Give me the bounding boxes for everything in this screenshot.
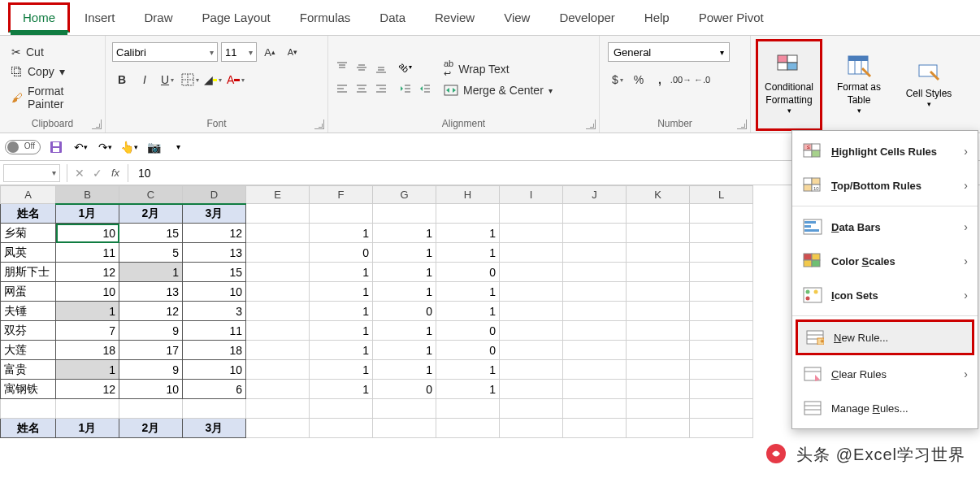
cell[interactable] (690, 302, 753, 321)
tab-home[interactable]: Home (8, 2, 70, 33)
cell[interactable]: 2月 (119, 419, 183, 438)
cell[interactable]: 1 (436, 360, 500, 380)
cell[interactable]: 9 (119, 360, 183, 380)
col-header-J[interactable]: J (563, 186, 627, 204)
underline-button[interactable]: U▾ (158, 70, 177, 89)
cell[interactable] (246, 399, 310, 419)
save-button[interactable] (47, 138, 65, 156)
tab-page-layout[interactable]: Page Layout (188, 2, 285, 33)
cell-styles-button[interactable]: Cell Styles ▾ (895, 39, 962, 131)
tab-insert[interactable]: Insert (70, 2, 130, 33)
cell[interactable]: 18 (183, 341, 246, 360)
cell[interactable]: 寓钢铁 (1, 380, 56, 399)
cell[interactable]: 1 (310, 224, 373, 243)
borders-button[interactable]: ▾ (180, 70, 200, 89)
cell[interactable] (563, 204, 627, 224)
cf-highlight-cells[interactable]: ≤ Highlight Cells Rules › (792, 134, 978, 168)
cell[interactable] (563, 360, 627, 380)
enter-icon[interactable]: ✓ (89, 164, 106, 182)
cell[interactable]: 1 (119, 263, 183, 282)
tab-view[interactable]: View (489, 2, 544, 33)
tab-draw[interactable]: Draw (130, 2, 188, 33)
cell[interactable] (563, 243, 627, 263)
align-center-button[interactable] (353, 80, 371, 98)
cell[interactable] (563, 419, 627, 438)
decrease-indent-button[interactable] (397, 80, 414, 98)
align-left-button[interactable] (333, 80, 351, 98)
col-header-H[interactable]: H (436, 186, 500, 204)
cell[interactable]: 13 (183, 243, 246, 263)
cell[interactable] (310, 399, 373, 419)
cell[interactable] (627, 243, 690, 263)
cell[interactable] (119, 399, 183, 419)
format-as-table-button[interactable]: Format as Table ▾ (826, 39, 892, 131)
cell[interactable] (500, 204, 563, 224)
cell[interactable] (246, 360, 310, 380)
cell[interactable]: 6 (183, 380, 246, 399)
cell[interactable]: 1 (373, 263, 436, 282)
cell[interactable] (690, 204, 753, 224)
cell[interactable]: 10 (183, 360, 246, 380)
cell[interactable] (563, 399, 627, 419)
cell[interactable] (690, 224, 753, 243)
align-middle-button[interactable] (353, 59, 371, 76)
cell[interactable] (246, 243, 310, 263)
cell[interactable] (436, 204, 500, 224)
col-header-A[interactable]: A (1, 186, 56, 204)
cell[interactable]: 1 (310, 321, 373, 341)
cell[interactable] (690, 380, 753, 399)
cell[interactable] (627, 263, 690, 282)
cell[interactable] (500, 224, 563, 243)
cell[interactable]: 17 (119, 341, 183, 360)
cell[interactable] (627, 321, 690, 341)
cell[interactable]: 1 (310, 302, 373, 321)
copy-button[interactable]: ⿻ Copy ▾ (8, 63, 97, 80)
accounting-format-button[interactable]: $▾ (608, 70, 627, 89)
tab-formulas[interactable]: Formulas (285, 2, 366, 33)
cell[interactable]: 10 (183, 282, 246, 302)
cell[interactable]: 2月 (119, 204, 183, 224)
cell[interactable]: 3 (183, 302, 246, 321)
cell[interactable] (1, 399, 56, 419)
cell[interactable]: 富贵 (1, 360, 56, 380)
cell[interactable] (500, 360, 563, 380)
cell[interactable]: 1 (436, 224, 500, 243)
cf-manage-rules[interactable]: Manage Rules... (792, 391, 978, 425)
cell[interactable] (246, 321, 310, 341)
cell[interactable] (500, 263, 563, 282)
alignment-launcher[interactable] (586, 120, 596, 129)
tab-power-pivot[interactable]: Power Pivot (684, 2, 778, 33)
decrease-font-button[interactable]: A▾ (283, 42, 302, 62)
cell[interactable] (373, 399, 436, 419)
col-header-I[interactable]: I (500, 186, 563, 204)
cell[interactable]: 1 (310, 282, 373, 302)
cell[interactable]: 0 (436, 321, 500, 341)
tab-help[interactable]: Help (630, 2, 684, 33)
camera-button[interactable]: 📷 (145, 138, 163, 156)
cell[interactable]: 大莲 (1, 341, 56, 360)
cell[interactable]: 10 (119, 380, 183, 399)
font-launcher[interactable] (314, 120, 324, 129)
cell[interactable] (436, 419, 500, 438)
col-header-E[interactable]: E (246, 186, 310, 204)
cell[interactable] (246, 341, 310, 360)
col-header-F[interactable]: F (310, 186, 373, 204)
font-color-button[interactable]: A ▾ (226, 70, 245, 89)
increase-font-button[interactable]: A▴ (260, 42, 280, 62)
cell[interactable] (246, 380, 310, 399)
cell[interactable] (246, 204, 310, 224)
cell[interactable]: 1 (373, 282, 436, 302)
cell[interactable]: 1月 (56, 419, 119, 438)
cf-top-bottom[interactable]: 10 Top/Bottom Rules › (792, 168, 978, 202)
cell[interactable] (246, 282, 310, 302)
cell[interactable]: 朋斯下士 (1, 263, 56, 282)
col-header-B[interactable]: B (56, 186, 119, 204)
cell[interactable] (627, 399, 690, 419)
cell[interactable]: 姓名 (1, 419, 56, 438)
col-header-D[interactable]: D (183, 186, 246, 204)
cf-color-scales[interactable]: Color Scales › (792, 244, 978, 278)
cell[interactable]: 网蛋 (1, 282, 56, 302)
cell[interactable]: 0 (436, 263, 500, 282)
cell[interactable]: 1 (373, 224, 436, 243)
clipboard-launcher[interactable] (92, 120, 102, 129)
